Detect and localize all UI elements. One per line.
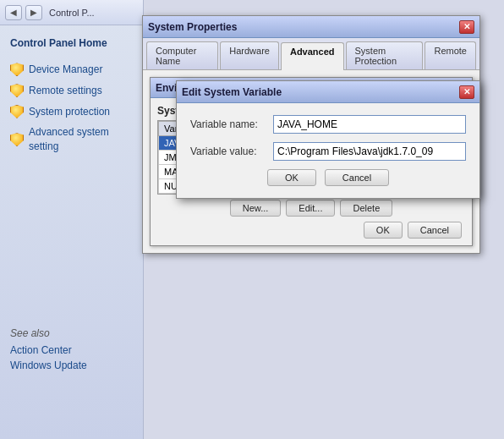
see-also-windows-update[interactable]: Windows Update bbox=[10, 358, 134, 373]
tab-system-protection[interactable]: System Protection bbox=[346, 41, 424, 69]
variable-value-label: Variable value: bbox=[190, 145, 266, 157]
titlebar: ◀ ▶ Control P... bbox=[0, 0, 143, 25]
new-button[interactable]: New... bbox=[230, 200, 282, 217]
cancel-bottom-button[interactable]: Cancel bbox=[408, 222, 462, 239]
sidebar-label-system-protection: System protection bbox=[29, 105, 110, 119]
see-also-section: See also Action Center Windows Update bbox=[0, 321, 144, 380]
sidebar-label-remote-settings: Remote settings bbox=[29, 84, 102, 98]
bottom-buttons: OK Cancel bbox=[157, 222, 465, 239]
shield-icon-2 bbox=[10, 84, 24, 97]
sidebar-item-remote-settings[interactable]: Remote settings bbox=[0, 80, 143, 102]
tab-remote[interactable]: Remote bbox=[425, 41, 476, 69]
sidebar-item-system-protection[interactable]: System protection bbox=[0, 102, 143, 123]
variable-name-row: Variable name: bbox=[190, 115, 466, 134]
tab-hardware[interactable]: Hardware bbox=[220, 41, 279, 69]
sys-props-close-button[interactable]: ✕ bbox=[459, 20, 474, 34]
edit-system-variable-dialog: Edit System Variable ✕ Variable name: Va… bbox=[176, 80, 480, 199]
variable-value-row: Variable value: bbox=[190, 142, 466, 161]
ok-bottom-button[interactable]: OK bbox=[364, 222, 403, 239]
control-panel-home[interactable]: Control Panel Home bbox=[0, 32, 143, 54]
sidebar-label-device-manager: Device Manager bbox=[29, 63, 102, 77]
tab-advanced[interactable]: Advanced bbox=[281, 42, 344, 70]
forward-button[interactable]: ▶ bbox=[25, 5, 42, 20]
sys-props-title: System Properties bbox=[148, 21, 237, 33]
shield-icon bbox=[10, 63, 24, 76]
sidebar: Control Panel Home Device Manager Remote… bbox=[0, 25, 143, 164]
sidebar-item-device-manager[interactable]: Device Manager bbox=[0, 59, 143, 80]
breadcrumb: Control P... bbox=[49, 8, 95, 18]
edit-dialog-buttons: OK Cancel bbox=[190, 169, 466, 186]
variable-value-input[interactable] bbox=[273, 142, 466, 161]
tab-computer-name[interactable]: Computer Name bbox=[146, 41, 218, 69]
shield-icon-4 bbox=[10, 133, 24, 146]
sys-props-titlebar: System Properties ✕ bbox=[143, 16, 479, 38]
variable-name-label: Variable name: bbox=[190, 118, 266, 130]
delete-button[interactable]: Delete bbox=[340, 200, 392, 217]
edit-dialog-titlebar: Edit System Variable ✕ bbox=[177, 81, 479, 103]
edit-dialog-close-button[interactable]: ✕ bbox=[459, 85, 474, 99]
sys-props-tabs: Computer Name Hardware Advanced System P… bbox=[143, 38, 479, 70]
edit-dialog-content: Variable name: Variable value: OK Cancel bbox=[177, 103, 479, 198]
edit-button[interactable]: Edit... bbox=[286, 200, 335, 217]
edit-dialog-title: Edit System Variable bbox=[182, 86, 282, 98]
see-also-action-center[interactable]: Action Center bbox=[10, 343, 134, 358]
edit-cancel-button[interactable]: Cancel bbox=[325, 169, 389, 186]
sidebar-item-advanced[interactable]: Advanced system setting bbox=[0, 122, 143, 157]
edit-ok-button[interactable]: OK bbox=[267, 169, 316, 186]
variable-name-input[interactable] bbox=[273, 115, 466, 134]
see-also-title: See also bbox=[10, 327, 134, 339]
shield-icon-3 bbox=[10, 105, 24, 118]
control-panel-sidebar: ◀ ▶ Control P... Control Panel Home Devi… bbox=[0, 0, 144, 439]
sidebar-label-advanced: Advanced system setting bbox=[29, 125, 133, 154]
back-button[interactable]: ◀ bbox=[5, 5, 22, 20]
sys-vars-buttons: New... Edit... Delete bbox=[157, 200, 465, 217]
